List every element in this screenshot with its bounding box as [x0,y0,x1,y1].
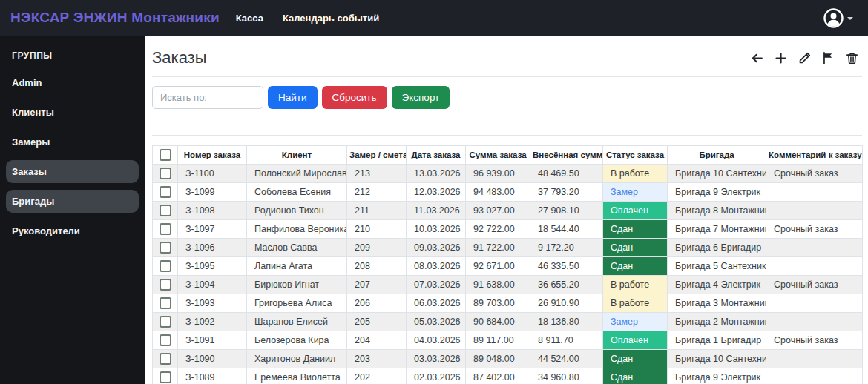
cell-total: 89 048.00 [466,350,530,368]
cell-date: 09.03.2026 [407,239,466,257]
status-cell: В работе [603,294,668,313]
cell-comment [766,239,863,257]
page-title: Заказы [152,48,207,67]
cell-paid: 34 960.80 [530,368,603,384]
cell-date: 05.03.2026 [407,313,466,331]
flag-icon[interactable] [821,51,835,65]
cell-brigade: Бригада 4 Электрик [668,276,766,294]
nav-link-1[interactable]: Календарь событий [283,13,379,24]
app-brand[interactable]: НЭКСАР ЭНЖИН Монтажники [10,10,220,26]
cell-comment [766,368,863,384]
table-row: З-1092Шарапов Елисей20505.03.202690 684.… [153,313,863,331]
cell-estimate: 207 [347,276,407,294]
cell-estimate: 204 [347,331,407,350]
row-checkbox[interactable] [160,316,171,328]
row-checkbox[interactable] [160,242,171,254]
cell-order-number: З-1090 [178,350,247,368]
column-header[interactable]: Комментарий к заказу [766,146,863,165]
row-checkbox[interactable] [160,186,171,198]
cell-client: Шарапов Елисей [247,313,347,331]
column-header[interactable]: Номер заказа [178,146,247,165]
cell-order-number: З-1092 [178,313,247,331]
row-checkbox[interactable] [160,371,171,383]
row-checkbox[interactable] [160,334,171,346]
table-row: З-1094Бирюков Игнат20707.03.202691 638.0… [153,276,863,294]
caret-down-icon [847,17,853,20]
cell-client: Маслов Савва [247,239,347,257]
delete-icon[interactable] [845,51,859,65]
cell-comment: Срочный заказ [766,276,863,294]
cell-comment [766,350,863,368]
sidebar-item-клиенты[interactable]: Клиенты [0,101,145,124]
row-checkbox[interactable] [160,279,171,291]
sidebar-item-бригады[interactable]: Бригады [6,190,139,213]
cell-client: Еремеева Виолетта [247,368,347,384]
cell-comment [766,183,863,202]
cell-date: 10.03.2026 [407,220,466,239]
cell-comment [766,202,863,220]
row-checkbox[interactable] [160,168,171,179]
cell-comment [766,294,863,313]
row-checkbox[interactable] [160,297,171,309]
table-row: З-1100Полонский Мирослав21313.03.202696 … [153,165,863,183]
column-header[interactable]: Дата заказа [407,146,466,165]
nav-link-0[interactable]: Касса [236,13,263,24]
cell-brigade: Бригада 9 Электрик [668,183,766,202]
table-body: З-1100Полонский Мирослав21313.03.202696 … [153,165,863,384]
column-header[interactable]: Статус заказа [603,146,668,165]
table-row: З-1089Еремеева Виолетта20202.03.202687 4… [153,368,863,384]
cell-date: 07.03.2026 [407,276,466,294]
cell-paid: 36 655.20 [530,276,603,294]
cell-client: Харитонов Даниил [247,350,347,368]
select-all-checkbox[interactable] [160,149,171,161]
status-cell: Сдан [603,239,668,257]
column-header[interactable]: Внесённая сумма [530,146,603,165]
column-header[interactable]: Замер / смета [347,146,407,165]
back-icon[interactable] [750,51,764,65]
cell-comment [766,257,863,276]
cell-date: 02.03.2026 [407,368,466,384]
user-menu[interactable] [823,8,853,28]
export-button[interactable]: Экспорт [392,86,450,109]
cell-comment: Срочный заказ [766,331,863,350]
cell-date: 04.03.2026 [407,331,466,350]
cell-paid: 18 544.40 [530,220,603,239]
cell-client: Белозерова Кира [247,331,347,350]
cell-estimate: 210 [347,220,407,239]
edit-icon[interactable] [798,51,812,65]
cell-order-number: З-1091 [178,331,247,350]
cell-paid: 37 793.20 [530,183,603,202]
cell-client: Полонский Мирослав [247,165,347,183]
cell-order-number: З-1096 [178,239,247,257]
sidebar-item-admin[interactable]: Admin [0,71,145,94]
row-checkbox[interactable] [160,260,171,272]
sidebar-item-руководители[interactable]: Руководители [0,219,145,242]
orders-table: Номер заказаКлиентЗамер / сметаДата зака… [152,145,863,384]
cell-total: 94 483.00 [466,183,530,202]
row-checkbox[interactable] [160,353,171,365]
find-button[interactable]: Найти [268,86,318,109]
status-cell: Замер [603,183,668,202]
toolbar: НайтиСброситьЭкспорт [152,86,862,109]
sidebar-item-замеры[interactable]: Замеры [0,130,145,153]
status-cell: Оплачен [603,202,668,220]
cell-estimate: 213 [347,165,407,183]
table-row: З-1098Родионов Тихон21111.03.202693 027.… [153,202,863,220]
cell-date: 13.03.2026 [407,165,466,183]
column-header[interactable]: Бригада [668,146,766,165]
table-row: З-1093Григорьева Алиса20606.03.202689 70… [153,294,863,313]
row-checkbox[interactable] [160,223,171,235]
cell-order-number: З-1099 [178,183,247,202]
column-header[interactable]: Сумма заказа [466,146,530,165]
sidebar-item-заказы[interactable]: Заказы [6,160,139,183]
table-row: З-1099Соболева Есения21212.03.202694 483… [153,183,863,202]
row-checkbox[interactable] [160,205,171,216]
reset-button[interactable]: Сбросить [322,86,387,109]
column-header[interactable]: Клиент [247,146,347,165]
status-cell: Сдан [603,350,668,368]
add-icon[interactable] [774,51,788,65]
search-input[interactable] [152,86,263,109]
status-cell: Сдан [603,257,668,276]
cell-estimate: 212 [347,183,407,202]
cell-brigade: Бригада 5 Сантехник [668,257,766,276]
